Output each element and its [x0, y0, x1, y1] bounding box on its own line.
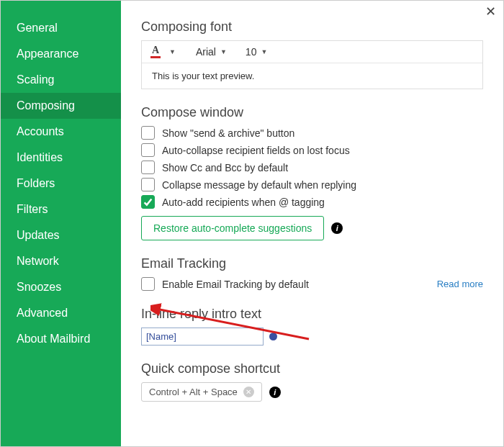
option-label: Show Cc and Bcc by default: [162, 162, 288, 173]
clear-icon[interactable]: ✕: [243, 387, 254, 397]
sidebar-item-identities[interactable]: Identities: [1, 145, 121, 171]
option-label: Auto-collapse recipient fields on lost f…: [162, 145, 350, 156]
sidebar-item-scaling[interactable]: Scaling: [1, 67, 121, 93]
sidebar-item-advanced[interactable]: Advanced: [1, 300, 121, 326]
option-label: Enable Email Tracking by default: [162, 279, 309, 290]
font-color-button[interactable]: A: [150, 45, 161, 58]
font-box: A ▼ Arial ▼ 10 ▼ This is your text previ…: [141, 40, 483, 89]
info-icon[interactable]: i: [331, 222, 343, 234]
sidebar-item-about[interactable]: About Mailbird: [1, 326, 121, 352]
option-label: Auto-add recipients when @ tagging: [162, 197, 325, 208]
settings-sidebar: General Appearance Scaling Composing Acc…: [1, 1, 121, 446]
chevron-down-icon[interactable]: ▼: [169, 48, 176, 55]
checkbox-autocollapse[interactable]: [141, 143, 155, 157]
shortcut-value: Control + Alt + Space: [149, 387, 238, 397]
sidebar-item-accounts[interactable]: Accounts: [1, 119, 121, 145]
checkbox-send-archive[interactable]: [141, 126, 155, 140]
sidebar-item-folders[interactable]: Folders: [1, 171, 121, 197]
font-family-value: Arial: [196, 46, 216, 58]
font-color-a-icon: A: [152, 45, 159, 55]
sidebar-item-appearance[interactable]: Appearance: [1, 41, 121, 67]
section-title-email-tracking: Email Tracking: [141, 256, 483, 271]
font-preview: This is your text preview.: [142, 63, 482, 89]
section-title-font: Composing font: [141, 19, 483, 35]
settings-content: Composing font A ▼ Arial ▼ 10 ▼ Th: [121, 1, 503, 446]
sidebar-item-updates[interactable]: Updates: [1, 222, 121, 248]
sidebar-item-general[interactable]: General: [1, 15, 121, 41]
restore-autocomplete-button[interactable]: Restore auto-complete suggestions: [141, 216, 324, 240]
option-autoadd-tag: Auto-add recipients when @ tagging: [141, 195, 483, 209]
shortcut-field[interactable]: Control + Alt + Space ✕: [141, 382, 262, 402]
option-label: Collapse message by default when replyin…: [162, 179, 356, 191]
option-send-archive: Show "send & archive" button: [141, 126, 483, 140]
checkbox-autoadd-tag[interactable]: [141, 195, 155, 209]
font-family-dropdown[interactable]: Arial ▼: [196, 46, 227, 58]
sidebar-item-network[interactable]: Network: [1, 248, 121, 274]
sidebar-item-composing[interactable]: Composing: [1, 93, 121, 119]
section-title-compose-window: Compose window: [141, 105, 483, 120]
settings-window: ✕ General Appearance Scaling Composing A…: [0, 0, 504, 447]
sidebar-item-snoozes[interactable]: Snoozes: [1, 274, 121, 300]
inline-reply-input[interactable]: [141, 328, 264, 346]
option-autocollapse: Auto-collapse recipient fields on lost f…: [141, 143, 483, 157]
chevron-down-icon: ▼: [220, 48, 227, 55]
font-size-dropdown[interactable]: 10 ▼: [246, 46, 268, 58]
option-collapse-reply: Collapse message by default when replyin…: [141, 178, 483, 191]
sidebar-item-filters[interactable]: Filters: [1, 197, 121, 222]
option-cc-bcc: Show Cc and Bcc by default: [141, 161, 483, 174]
checkbox-email-tracking[interactable]: [141, 277, 155, 291]
color-dot-icon[interactable]: [269, 333, 277, 340]
chevron-down-icon: ▼: [261, 48, 267, 55]
info-icon[interactable]: i: [269, 387, 281, 398]
option-label: Show "send & archive" button: [162, 127, 294, 139]
checkbox-collapse-reply[interactable]: [141, 178, 155, 191]
section-title-inline-reply: In-line reply intro text: [141, 307, 483, 322]
font-size-value: 10: [246, 46, 257, 58]
font-color-bar: [150, 56, 161, 58]
read-more-link[interactable]: Read more: [437, 279, 483, 289]
font-toolbar: A ▼ Arial ▼ 10 ▼: [142, 41, 482, 63]
section-title-quick-compose: Quick compose shortcut: [141, 361, 483, 376]
checkbox-cc-bcc[interactable]: [141, 161, 155, 174]
